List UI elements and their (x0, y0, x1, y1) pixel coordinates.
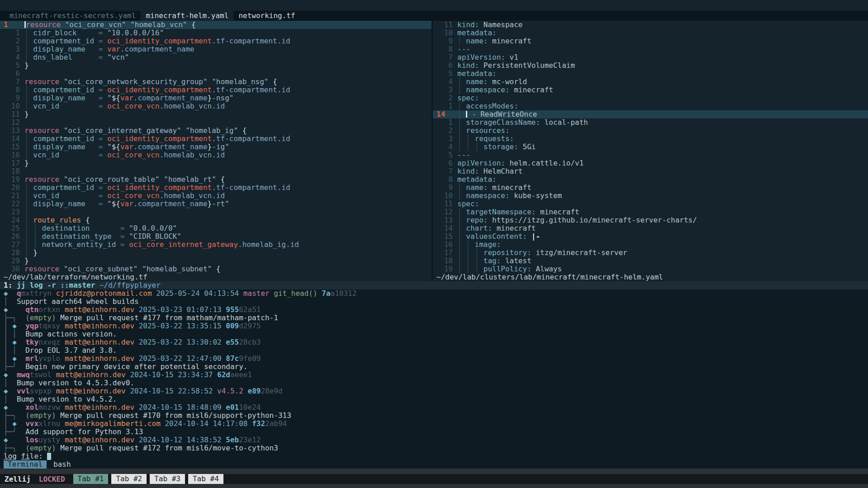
code-line[interactable]: 17│ │ │ repository: itzg/minecraft-serve… (433, 249, 868, 257)
code-line[interactable]: 11} (0, 110, 432, 118)
terminal-prompt[interactable]: log file: (0, 452, 868, 460)
code-line[interactable]: 27│ │ network_entity_id = oci_core_inter… (0, 241, 432, 249)
code-line[interactable]: 19│ │ │ pullPolicy: Always (433, 265, 868, 273)
terminal-pane-title[interactable]: 1: jj log -r ::master ~/d/ffpyplayer (0, 281, 868, 289)
line-number: 10 (436, 29, 453, 37)
code-line[interactable]: 15│ valuesContent: |- (433, 232, 868, 241)
line-number: 23 (3, 208, 20, 216)
code-line[interactable]: 14│ chart: minecraft (433, 224, 868, 232)
line-number: 13 (3, 127, 20, 135)
code-line[interactable]: 17} (0, 159, 432, 167)
editor-pane-minecraft-helm-yaml: 11kind: Namespace10metadata:9│ name: min… (433, 21, 868, 281)
code-line[interactable]: 30resource "oci_core_subnet" "homelab_su… (0, 265, 432, 273)
code-line[interactable]: 4│ │ │ storage: 5Gi (433, 143, 868, 151)
line-number: 7 (436, 53, 453, 62)
code-line[interactable]: 6 (0, 70, 432, 78)
line-number: 4 (436, 78, 453, 86)
code-line[interactable]: 3│ │ requests: (433, 135, 868, 143)
code-line[interactable]: 29} (0, 257, 432, 265)
helix-editor: minecraft-restic-secrets.yamlminecraft-h… (0, 0, 868, 281)
code-line[interactable]: 2│ compartment_id = oci_identity_compart… (0, 37, 432, 45)
zellij-tab-tab-1[interactable]: Tab #1 (73, 474, 109, 484)
line-number: 12 (436, 208, 453, 216)
code-line[interactable]: 9│ display_name = "${var.compartment_nam… (0, 94, 432, 102)
code-line[interactable]: 21│ vcn_id = oci_core_vcn.homelab_vcn.id (0, 192, 432, 200)
code-line[interactable]: 2spec: (433, 94, 868, 102)
code-line[interactable]: 22│ display_name = "${var.compartment_na… (0, 200, 432, 208)
code-line[interactable]: 7kind: HelmChart (433, 167, 868, 175)
code-line[interactable]: 18 (0, 167, 432, 175)
left-editor-lines: 1resource "oci_core_vcn" "homelab_vcn" {… (0, 21, 432, 273)
line-number: 27 (3, 241, 20, 249)
line-number: 14 (3, 135, 20, 143)
code-line[interactable]: 1│ cidr_block = "10.0.0.0/16" (0, 29, 432, 37)
code-line[interactable]: 11kind: Namespace (433, 21, 868, 29)
code-line[interactable]: 13│ repo: https://itzg.github.io/minecra… (433, 216, 868, 224)
code-line[interactable]: 10metadata: (433, 29, 868, 37)
zellij-tab-tab-2[interactable]: Tab #2 (111, 474, 147, 484)
code-line[interactable]: 15│ display_name = "${var.compartment_na… (0, 143, 432, 151)
code-line-current[interactable]: 14│ - ReadWriteOnce (433, 110, 868, 118)
code-line[interactable]: 23│ (0, 208, 432, 216)
line-number: 1 (436, 118, 453, 127)
code-line[interactable]: 19resource "oci_core_route_table" "homel… (0, 175, 432, 184)
buffer-tab-minecraft-restic-secrets.yaml[interactable]: minecraft-restic-secrets.yaml (5, 11, 141, 21)
buffer-tab-networking.tf[interactable]: networking.tf (233, 11, 300, 21)
code-line[interactable]: 7resource "oci_core_network_security_gro… (0, 78, 432, 86)
jj-log-line: │ Bump version to v4.5.2. (0, 395, 868, 403)
code-line[interactable]: 9│ name: minecraft (433, 184, 868, 192)
jj-log-line: ├─╯ Begin new primary device after poten… (0, 363, 868, 371)
jj-log-line: │ Support aarch64 wheel builds (0, 298, 868, 306)
code-line[interactable]: 6apiVersion: helm.cattle.io/v1 (433, 159, 868, 167)
code-line[interactable]: 20│ compartment_id = oci_identity_compar… (0, 184, 432, 192)
code-line[interactable]: 6kind: PersistentVolumeClaim (433, 62, 868, 70)
buffer-tab-minecraft-helm.yaml[interactable]: minecraft-helm.yaml (141, 11, 233, 21)
jj-log-line: ◆ mwqtswol matt@einhorn.dev 2024-10-15 2… (0, 371, 868, 379)
jj-log-line: │ │ Drop EOL 3.7 and 3.8. (0, 346, 868, 355)
line-number: 18 (3, 167, 20, 175)
code-line[interactable]: 3│ namespace: minecraft (433, 86, 868, 94)
line-number: 15 (436, 232, 453, 241)
code-line[interactable]: 16│ vcn_id = oci_core_vcn.homelab_vcn.id (0, 151, 432, 159)
code-line[interactable]: 10│ namespace: kube-system (433, 192, 868, 200)
line-number: 11 (3, 110, 20, 118)
zellij-tab-tab-3[interactable]: Tab #3 (150, 474, 185, 484)
code-line[interactable]: 8metadata: (433, 175, 868, 184)
code-line[interactable]: 25│ │ destination = "0.0.0.0/0" (0, 224, 432, 232)
code-line[interactable]: 18│ │ │ tag: latest (433, 257, 868, 265)
code-line[interactable]: 7apiVersion: v1 (433, 53, 868, 62)
line-number: 11 (436, 21, 453, 29)
code-line[interactable]: 28│ } (0, 249, 432, 257)
line-number: 19 (3, 175, 20, 184)
code-line[interactable]: 16│ │ image: (433, 241, 868, 249)
code-line[interactable]: 4│ name: mc-world (433, 78, 868, 86)
block-cursor (47, 453, 51, 460)
code-line[interactable]: 12│ targetNamespace: minecraft (433, 208, 868, 216)
code-line-current[interactable]: 1resource "oci_core_vcn" "homelab_vcn" { (0, 21, 432, 29)
code-line[interactable]: 3│ display_name = var.compartment_name (0, 45, 432, 53)
zellij-tab-tab-4[interactable]: Tab #4 (188, 474, 223, 484)
jj-log-line: ◆ xolmnzvw matt@einhorn.dev 2024-10-15 1… (0, 403, 868, 412)
terminal-bar-item-bash[interactable]: bash (49, 460, 75, 469)
code-line[interactable]: 8--- (433, 45, 868, 53)
code-line[interactable]: 8│ compartment_id = oci_identity_compart… (0, 86, 432, 94)
code-line[interactable]: 26│ │ destination_type = "CIDR_BLOCK" (0, 232, 432, 241)
code-line[interactable]: 5} (0, 62, 432, 70)
code-line[interactable]: 13resource "oci_core_internet_gateway" "… (0, 127, 432, 135)
code-line[interactable]: 14│ compartment_id = oci_identity_compar… (0, 135, 432, 143)
code-line[interactable]: 9│ name: minecraft (433, 37, 868, 45)
code-line[interactable]: 1│ accessModes: (433, 102, 868, 110)
code-line[interactable]: 5--- (433, 151, 868, 159)
terminal-bar-item-terminal[interactable]: Terminal (4, 460, 47, 469)
editor-bufferline: minecraft-restic-secrets.yamlminecraft-h… (0, 11, 868, 21)
line-number: 9 (436, 37, 453, 45)
code-line[interactable]: 4│ dns_label = "vcn" (0, 53, 432, 62)
code-line[interactable]: 12 (0, 118, 432, 127)
code-line[interactable]: 11spec: (433, 200, 868, 208)
right-editor-path: ~/dev/lab/clusters/lab/minecraft/minecra… (433, 273, 868, 281)
code-line[interactable]: 2│ resources: (433, 127, 868, 135)
code-line[interactable]: 1│ storageClassName: local-path (433, 118, 868, 127)
code-line[interactable]: 24│ route_rules { (0, 216, 432, 224)
code-line[interactable]: 10│ vcn_id = oci_core_vcn.homelab_vcn.id (0, 102, 432, 110)
code-line[interactable]: 5metadata: (433, 70, 868, 78)
